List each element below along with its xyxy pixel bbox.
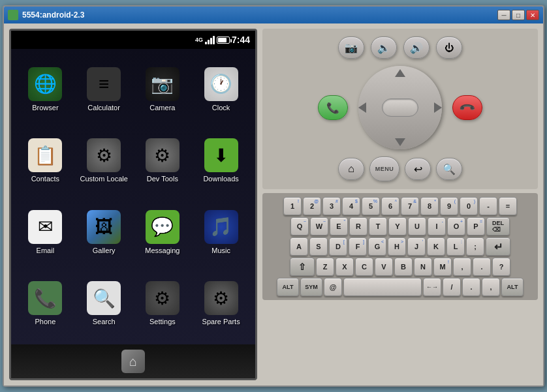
key-t[interactable]: T <box>369 217 387 235</box>
key-equals[interactable]: = <box>499 197 517 215</box>
key-c[interactable]: C <box>355 258 373 276</box>
key-period[interactable]: . <box>473 258 491 276</box>
camera-button[interactable]: 📷 <box>338 37 364 59</box>
end-call-icon: 📞 <box>458 98 477 117</box>
key-6[interactable]: ^6 <box>381 197 399 215</box>
app-label-spare-parts: Spare Parts <box>202 318 240 326</box>
app-icon-music: 🎵 <box>204 210 238 244</box>
key-j[interactable]: 'J <box>407 237 426 256</box>
app-search[interactable]: 🔍Search <box>76 270 132 339</box>
key-b[interactable]: B <box>394 258 413 276</box>
key-semicolon[interactable]: ; <box>466 237 484 256</box>
close-button[interactable]: ✕ <box>526 10 539 20</box>
app-custom-locale[interactable]: ⚙Custom Locale <box>76 127 132 196</box>
key-alt-left[interactable]: ALT <box>277 278 299 296</box>
key-z[interactable]: Z <box>316 258 334 276</box>
key-0[interactable]: )0 <box>460 197 478 215</box>
key-p[interactable]: =P <box>467 217 485 235</box>
key-w[interactable]: ~W <box>310 217 328 235</box>
power-button[interactable]: ⏻ <box>436 37 462 59</box>
key-a[interactable]: A <box>290 237 308 256</box>
key-slash[interactable]: ? <box>492 258 510 276</box>
key-3[interactable]: #3 <box>322 197 341 215</box>
app-music[interactable]: 🎵Music <box>193 198 249 267</box>
key-l[interactable]: :L <box>446 237 465 256</box>
dpad-up-arrow[interactable] <box>395 69 405 77</box>
key-7[interactable]: &7 <box>401 197 419 215</box>
key-comma2[interactable]: , <box>482 278 500 296</box>
app-phone[interactable]: 📞Phone <box>18 270 73 339</box>
key-h[interactable]: >H <box>388 237 406 256</box>
key-4[interactable]: $4 <box>342 197 360 215</box>
home-bar: ⌂ <box>11 344 255 378</box>
key-f[interactable]: ]F <box>349 237 367 256</box>
dpad-center[interactable] <box>382 98 418 117</box>
dpad-right-arrow[interactable] <box>434 102 442 113</box>
home-button[interactable]: ⌂ <box>121 350 145 373</box>
vol-down-icon: 🔈 <box>377 42 390 54</box>
call-button[interactable]: 📞 <box>318 95 348 120</box>
search-ctrl-button[interactable]: 🔍 <box>436 158 462 180</box>
app-contacts[interactable]: 📋Contacts <box>18 127 73 196</box>
key-alt-right[interactable]: ALT <box>501 278 524 296</box>
kb-row-asdf: A S [D ]F <G >H 'J K :L ; ↵ <box>266 237 534 256</box>
key-o[interactable]: +O <box>447 217 465 235</box>
vol-down-button[interactable]: 🔈 <box>371 37 397 59</box>
key-minus[interactable]: - <box>479 197 497 215</box>
home-ctrl-button[interactable]: ⌂ <box>338 158 364 180</box>
key-y[interactable]: Y <box>388 217 407 235</box>
dpad-down-arrow[interactable] <box>395 138 405 146</box>
key-space[interactable] <box>343 278 422 296</box>
restore-button[interactable]: □ <box>512 10 525 20</box>
key-u[interactable]: U <box>408 217 426 235</box>
call-dpad-row: 📞 📞 <box>270 65 530 150</box>
app-browser[interactable]: 🌐Browser <box>18 55 73 124</box>
back-button[interactable]: ↩ <box>405 158 431 180</box>
key-fwdslash[interactable]: / <box>443 278 461 296</box>
app-messaging[interactable]: 💬Messaging <box>135 198 191 267</box>
app-icon-gallery: 🖼 <box>87 210 121 244</box>
key-g[interactable]: <G <box>368 237 386 256</box>
control-panel: 📷 🔈 🔊 ⏻ 📞 <box>262 29 538 380</box>
key-8[interactable]: *8 <box>420 197 439 215</box>
key-9[interactable]: (9 <box>440 197 458 215</box>
dpad-left-arrow[interactable] <box>358 102 366 113</box>
key-x[interactable]: X <box>336 258 354 276</box>
app-email[interactable]: ✉Email <box>18 198 73 267</box>
key-s[interactable]: S <box>309 237 328 256</box>
key-comma[interactable]: , <box>453 258 471 276</box>
key-r[interactable]: R <box>349 217 367 235</box>
key-shift[interactable]: ⇧ <box>290 258 315 276</box>
key-2[interactable]: @2 <box>303 197 321 215</box>
key-n[interactable]: N <box>414 258 432 276</box>
app-spare-parts[interactable]: ⚙Spare Parts <box>193 270 249 339</box>
key-k[interactable]: K <box>427 237 445 256</box>
key-at[interactable]: @ <box>324 278 342 296</box>
key-m[interactable]: !M <box>433 258 452 276</box>
app-grid: 🌐Browser≡Calculator📷Camera🕐Clock📋Contact… <box>11 49 255 344</box>
app-camera[interactable]: 📷Camera <box>135 55 191 124</box>
end-call-button[interactable]: 📞 <box>452 95 482 120</box>
app-calculator[interactable]: ≡Calculator <box>76 55 132 124</box>
app-gallery[interactable]: 🖼Gallery <box>76 198 132 267</box>
app-clock[interactable]: 🕐Clock <box>193 55 249 124</box>
app-dev-tools[interactable]: ⚙Dev Tools <box>135 127 191 196</box>
key-d[interactable]: [D <box>329 237 347 256</box>
menu-button[interactable]: MENU <box>369 157 399 181</box>
minimize-button[interactable]: ─ <box>497 10 510 20</box>
key-arrow[interactable]: ←→ <box>423 278 441 296</box>
app-settings[interactable]: ⚙Settings <box>135 270 191 339</box>
app-downloads[interactable]: ⬇Downloads <box>193 127 249 196</box>
app-icon-custom-locale: ⚙ <box>87 138 121 172</box>
key-del[interactable]: DEL⌫ <box>486 217 510 235</box>
key-q[interactable]: ~Q <box>290 217 309 235</box>
key-v[interactable]: V <box>375 258 393 276</box>
key-5[interactable]: %5 <box>362 197 380 215</box>
key-dot[interactable]: . <box>462 278 480 296</box>
key-sym[interactable]: SYM <box>300 278 322 296</box>
vol-up-button[interactable]: 🔊 <box>403 37 430 59</box>
key-1[interactable]: !1 <box>283 197 302 215</box>
key-i[interactable]: -I <box>428 217 446 235</box>
key-enter[interactable]: ↵ <box>486 237 510 256</box>
key-e[interactable]: "E <box>330 217 348 235</box>
